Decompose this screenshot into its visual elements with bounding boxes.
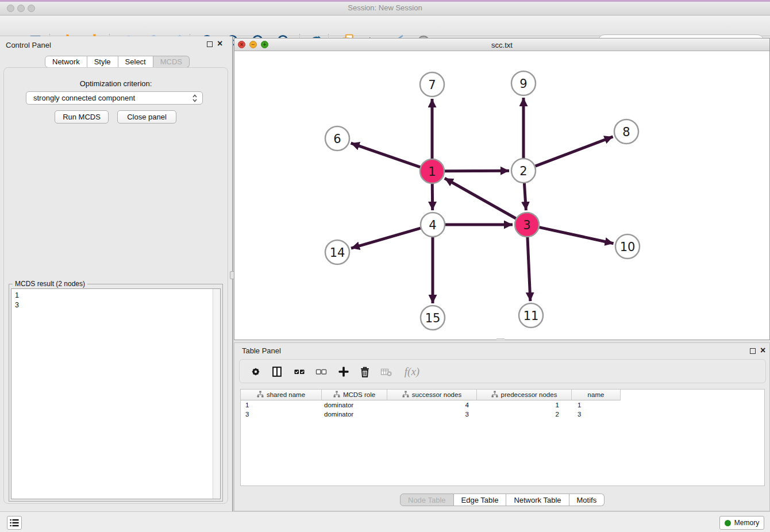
cell-predecessor-nodes: 1	[477, 400, 572, 410]
col-header-name[interactable]: name	[572, 390, 621, 400]
column-type-icon	[257, 391, 264, 399]
table-row[interactable]: 1dominator411	[241, 400, 764, 410]
network-window: × − + scc.txt 7968124314101511	[234, 38, 770, 340]
column-label: MCDS role	[343, 391, 375, 398]
graph-node-label-10: 10	[620, 240, 636, 254]
create-column-button[interactable]	[335, 363, 352, 380]
dropdown-value: strongly connected component	[33, 94, 135, 102]
graph-node-label-15: 15	[425, 311, 441, 325]
delete-column-button[interactable]	[356, 363, 374, 380]
graph-node-label-11: 11	[523, 309, 539, 323]
run-mcds-button[interactable]: Run MCDS	[55, 110, 109, 124]
delete-table-button	[378, 363, 395, 380]
tab-style[interactable]: Style	[87, 56, 118, 68]
column-label: shared name	[267, 391, 305, 398]
table-panel: Table Panel ×	[234, 342, 770, 511]
list-icon	[10, 519, 19, 527]
panel-divider[interactable]	[232, 36, 233, 511]
graph-edge-1-2[interactable]	[445, 171, 509, 171]
cell-mcds-role: dominator	[322, 400, 387, 410]
graph-node-label-7: 7	[428, 78, 436, 92]
window-title: Session: New Session	[0, 3, 770, 12]
graph-node-label-1: 1	[428, 165, 436, 179]
network-view[interactable]: 7968124314101511	[234, 51, 769, 340]
col-header-successor-nodes[interactable]: successor nodes	[387, 390, 477, 400]
mcds-result-item[interactable]: 1	[11, 291, 220, 300]
graph-node-label-2: 2	[519, 164, 527, 178]
table-row[interactable]: 3dominator323	[241, 410, 764, 419]
table-header-row: shared nameMCDS rolesuccessor nodesprede…	[241, 390, 621, 400]
tab-network-table[interactable]: Network Table	[506, 494, 569, 506]
tab-network[interactable]: Network	[45, 56, 87, 68]
mcds-result-group: MCDS result (2 nodes) 13	[9, 284, 223, 502]
deselect-all-icon	[314, 365, 328, 379]
column-label: name	[588, 391, 605, 398]
table-panel-title: Table Panel	[242, 346, 281, 355]
graph-edge-1-6[interactable]	[351, 143, 421, 167]
delete-table-icon	[379, 365, 393, 379]
table-body: 1dominator4113dominator323	[241, 400, 764, 419]
mcds-result-list[interactable]: 13	[11, 288, 221, 499]
graph-edge-3-11[interactable]	[528, 237, 530, 301]
cell-name: 3	[572, 410, 621, 419]
cell-name: 1	[572, 400, 621, 410]
table-settings-button[interactable]	[247, 363, 264, 380]
memory-button[interactable]: Memory	[719, 516, 764, 530]
float-table-panel-icon[interactable]	[750, 348, 756, 354]
close-panel-icon[interactable]: ×	[217, 38, 222, 49]
add-icon	[337, 365, 351, 379]
col-header-predecessor-nodes[interactable]: predecessor nodes	[477, 390, 572, 400]
control-panel-title: Control Panel	[6, 41, 51, 49]
columns-icon	[271, 365, 283, 378]
tab-edge-table[interactable]: Edge Table	[454, 494, 507, 506]
control-panel-header: Control Panel ×	[0, 36, 232, 52]
cell-shared-name: 1	[241, 400, 322, 410]
control-panel-tabs: NetworkStyleSelectMCDS	[45, 56, 190, 68]
task-history-button[interactable]	[7, 516, 22, 530]
float-panel-icon[interactable]	[207, 41, 213, 47]
column-type-icon	[491, 391, 498, 399]
column-type-icon	[333, 391, 340, 399]
network-window-titlebar: × − + scc.txt	[234, 38, 769, 51]
memory-status-icon	[725, 520, 731, 526]
close-panel-button[interactable]: Close panel	[117, 110, 176, 124]
optimization-criterion-select[interactable]: strongly connected component	[26, 91, 203, 105]
network-resize-handle[interactable]	[496, 338, 505, 340]
memory-label: Memory	[734, 519, 759, 527]
graph-edge-2-8[interactable]	[536, 137, 613, 166]
function-builder-button: f(x)	[399, 363, 425, 380]
close-table-panel-icon[interactable]: ×	[760, 345, 765, 356]
network-graph: 7968124314101511	[234, 51, 769, 340]
window-titlebar: Session: New Session	[0, 0, 770, 16]
tab-mcds[interactable]: MCDS	[153, 56, 190, 68]
network-window-title: scc.txt	[234, 41, 769, 49]
graph-node-label-3: 3	[523, 218, 530, 232]
col-header-shared-name[interactable]: shared name	[241, 390, 322, 400]
col-header-mcds-role[interactable]: MCDS role	[322, 390, 387, 400]
graph-edge-3-10[interactable]	[539, 228, 613, 244]
graph-node-label-14: 14	[330, 246, 345, 260]
show-columns-button[interactable]	[268, 363, 286, 380]
function-icon: f(x)	[405, 365, 419, 378]
control-panel: Control Panel × NetworkStyleSelectMCDS O…	[0, 36, 232, 511]
graph-node-label-9: 9	[519, 77, 527, 91]
tab-select[interactable]: Select	[118, 56, 153, 68]
gear-icon	[249, 365, 262, 378]
column-label: predecessor nodes	[501, 391, 557, 398]
deselect-all-rows-button[interactable]	[313, 363, 330, 380]
mcds-result-scrollbar[interactable]	[213, 289, 220, 499]
tab-node-table[interactable]: Node Table	[400, 494, 454, 506]
main-toolbar	[0, 16, 770, 36]
status-bar: Memory	[0, 511, 770, 532]
graph-edge-4-14[interactable]	[351, 228, 421, 248]
select-all-icon	[292, 365, 306, 379]
cell-successor-nodes: 3	[387, 410, 477, 419]
tab-motifs[interactable]: Motifs	[569, 494, 605, 506]
cell-successor-nodes: 4	[387, 400, 477, 410]
graph-edge-3-1[interactable]	[445, 178, 516, 218]
table-tabs: Node TableEdge TableNetwork TableMotifs	[400, 494, 605, 506]
titlebar-accent	[0, 0, 770, 2]
mcds-result-item[interactable]: 3	[11, 300, 220, 310]
graph-edge-2-3[interactable]	[524, 183, 526, 210]
select-all-rows-button[interactable]	[291, 363, 308, 380]
